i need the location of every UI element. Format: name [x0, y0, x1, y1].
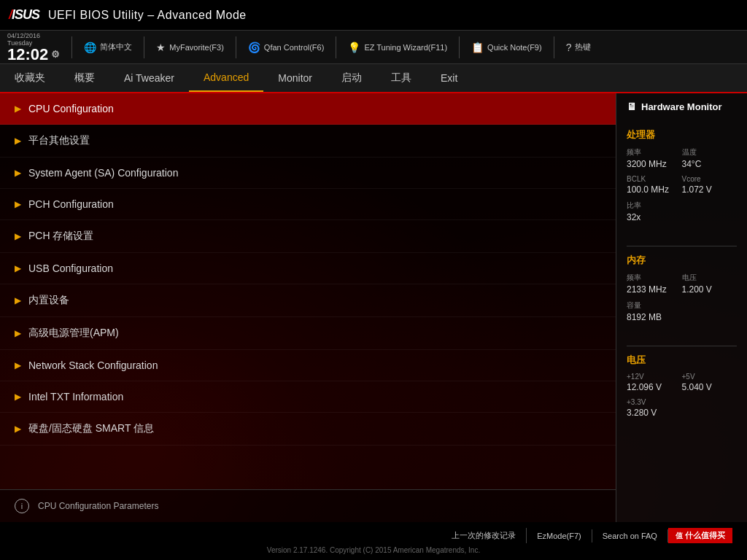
date-display: 04/12/2016 Tuesday [7, 32, 40, 47]
footer: 上一次的修改记录 EzMode(F7) Search on FAQ 值 什么值得… [0, 522, 747, 560]
menu-item-smart[interactable]: ▶ 硬盘/固态硬盘 SMART 信息 [0, 413, 616, 446]
topbar-qfan[interactable]: 🌀 Qfan Control(F6) [248, 42, 325, 53]
hw-volt-row-0: +12V 12.096 V +5V 5.040 V [627, 373, 737, 392]
menu-item-cpu-config[interactable]: ▶ CPU Configuration [0, 93, 616, 125]
hw-divider-2 [627, 346, 737, 346]
note-icon: 📋 [471, 42, 484, 53]
hw-mem-freq-label: 频率 [627, 273, 682, 283]
hw-voltage-section: 电压 +12V 12.096 V +5V 5.040 V +3.3V 3.280… [627, 354, 737, 424]
arrow-icon-9: ▶ [15, 392, 21, 402]
main-content: ▶ CPU Configuration ▶ 平台其他设置 ▶ System Ag… [0, 93, 747, 522]
hw-ratio-row: 比率 32x [627, 201, 737, 222]
hw-mem-volt-value: 1.200 V [682, 284, 738, 295]
hw-mem-freq-value: 2133 MHz [627, 284, 682, 295]
nav-advanced[interactable]: Advanced [189, 64, 263, 92]
topbar-quicknote[interactable]: 📋 Quick Note(F9) [471, 42, 542, 53]
asus-logo: /ISUS [9, 7, 39, 23]
topbar-myfavorite[interactable]: ★ MyFavorite(F3) [156, 42, 224, 53]
arrow-icon-10: ▶ [15, 424, 21, 434]
arrow-icon-2: ▶ [15, 168, 21, 178]
hw-bclk-value: 100.0 MHz [627, 184, 682, 195]
hw-5v-value: 5.040 V [682, 382, 738, 392]
monitor-icon: 🖥 [627, 101, 637, 112]
hw-vcore-value: 1.072 V [682, 184, 738, 195]
hw-cpu-temp-value: 34°C [682, 159, 738, 169]
hw-cpu-title: 处理器 [627, 128, 737, 141]
nav-aitweaker[interactable]: Ai Tweaker [109, 64, 189, 92]
arrow-icon-7: ▶ [15, 328, 21, 338]
menu-item-pch-config[interactable]: ▶ PCH Configuration [0, 189, 616, 220]
topbar-language[interactable]: 🌐 简体中文 [84, 42, 132, 53]
topbar-divider-6 [554, 36, 554, 58]
menu-list: ▶ CPU Configuration ▶ 平台其他设置 ▶ System Ag… [0, 93, 616, 489]
hw-capacity-value: 8192 MB [627, 312, 737, 322]
info-bar: i CPU Configuration Parameters [0, 489, 616, 522]
hw-cpu-row-1: BCLK 100.0 MHz Vcore 1.072 V [627, 175, 737, 195]
nav-boot[interactable]: 启动 [327, 64, 376, 92]
menu-item-sa-config[interactable]: ▶ System Agent (SA) Configuration [0, 158, 616, 189]
topbar: 04/12/2016 Tuesday 12:02 ⚙ 🌐 简体中文 ★ MyFa… [0, 31, 747, 64]
hw-12v-cell: +12V 12.096 V [627, 373, 682, 392]
menu-item-apm[interactable]: ▶ 高级电源管理(APM) [0, 317, 616, 350]
zhihu-icon: 值 [676, 532, 683, 540]
hw-mem-freq-cell: 频率 2133 MHz [627, 273, 682, 295]
hw-vcore-label: Vcore [682, 175, 738, 183]
menu-item-intel-txt[interactable]: ▶ Intel TXT Information [0, 381, 616, 413]
hw-capacity-row: 容量 8192 MB [627, 300, 737, 322]
time-display: 12:02 ⚙ [7, 47, 60, 63]
menu-item-platform[interactable]: ▶ 平台其他设置 [0, 125, 616, 158]
nav-tools[interactable]: 工具 [376, 64, 426, 92]
hardware-monitor-panel: 🖥 Hardware Monitor 处理器 频率 3200 MHz 温度 34… [616, 93, 747, 522]
hw-bclk-label: BCLK [627, 175, 682, 183]
footer-ezmode-btn[interactable]: EzMode(F7) [527, 529, 592, 542]
footer-faq-btn[interactable]: Search on FAQ [592, 529, 668, 542]
hw-voltage-title: 电压 [627, 354, 737, 367]
topbar-hotkey[interactable]: ? 热键 [566, 42, 592, 53]
topbar-divider-3 [236, 36, 236, 58]
hw-5v-label: +5V [682, 373, 738, 381]
hw-memory-title: 内存 [627, 254, 737, 267]
info-text: CPU Configuration Parameters [38, 501, 158, 511]
globe-icon: 🌐 [84, 42, 96, 53]
hw-ratio-label: 比率 [627, 201, 737, 211]
hw-12v-value: 12.096 V [627, 382, 682, 392]
hw-memory-section: 内存 频率 2133 MHz 电压 1.200 V 容量 8192 MB [627, 254, 737, 328]
menu-item-builtin[interactable]: ▶ 内置设备 [0, 284, 616, 317]
menu-item-usb-config[interactable]: ▶ USB Configuration [0, 253, 616, 284]
menu-item-network-stack[interactable]: ▶ Network Stack Configuration [0, 350, 616, 381]
arrow-icon-5: ▶ [15, 263, 21, 273]
favorite-icon: ★ [156, 42, 166, 53]
footer-special-btn[interactable]: 值 什么值得买 [668, 528, 732, 543]
arrow-icon-1: ▶ [15, 136, 21, 146]
hw-cpu-section: 处理器 频率 3200 MHz 温度 34°C BCLK 100.0 MHz [627, 128, 737, 228]
hw-bclk-cell: BCLK 100.0 MHz [627, 175, 682, 195]
footer-history-btn[interactable]: 上一次的修改记录 [441, 528, 527, 543]
left-panel: ▶ CPU Configuration ▶ 平台其他设置 ▶ System Ag… [0, 93, 616, 522]
hw-capacity-label: 容量 [627, 300, 737, 311]
nav-exit[interactable]: Exit [426, 64, 472, 92]
nav-favorites[interactable]: 收藏夹 [0, 64, 60, 92]
topbar-divider-4 [336, 36, 336, 58]
hotkey-icon: ? [566, 42, 572, 53]
hw-33v-row: +3.3V 3.280 V [627, 398, 737, 418]
hw-divider-1 [627, 246, 737, 246]
nav-monitor[interactable]: Monitor [263, 64, 327, 92]
topbar-eztuning[interactable]: 💡 EZ Tuning Wizard(F11) [348, 42, 447, 53]
hw-vcore-cell: Vcore 1.072 V [682, 175, 738, 195]
hw-mem-volt-label: 电压 [682, 273, 738, 283]
hw-cpu-temp-label: 温度 [682, 147, 738, 158]
nav-overview[interactable]: 概要 [60, 64, 109, 92]
header-bar: /ISUS UEFI BIOS Utility – Advanced Mode [0, 0, 747, 31]
nav-bar: 收藏夹 概要 Ai Tweaker Advanced Monitor 启动 工具… [0, 64, 747, 93]
arrow-icon-4: ▶ [15, 231, 21, 241]
hw-5v-cell: +5V 5.040 V [682, 373, 738, 392]
hw-cpu-temp-cell: 温度 34°C [682, 147, 738, 169]
info-icon: i [15, 499, 29, 513]
arrow-icon-0: ▶ [15, 104, 21, 114]
footer-version: Version 2.17.1246. Copyright (C) 2015 Am… [0, 545, 747, 556]
settings-icon[interactable]: ⚙ [51, 50, 60, 59]
topbar-divider-5 [459, 36, 460, 58]
menu-item-pch-storage[interactable]: ▶ PCH 存储设置 [0, 220, 616, 253]
datetime: 04/12/2016 Tuesday 12:02 ⚙ [7, 32, 60, 63]
hw-mem-row-0: 频率 2133 MHz 电压 1.200 V [627, 273, 737, 295]
